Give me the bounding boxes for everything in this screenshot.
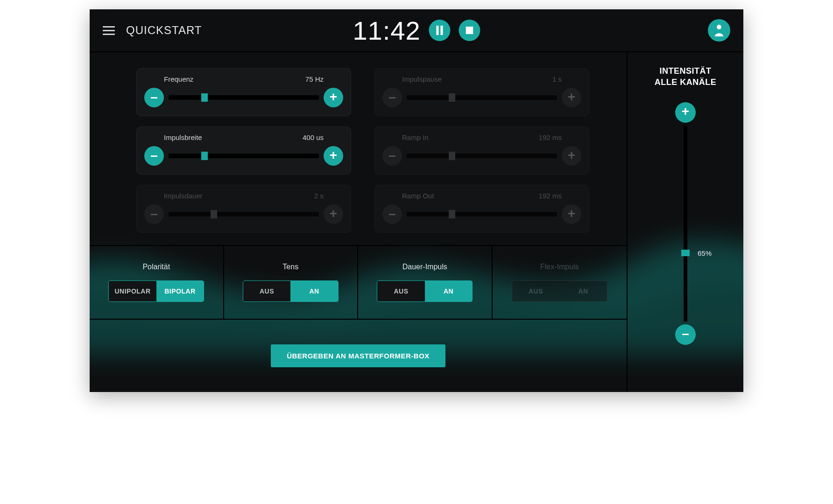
segment-aus[interactable]: AUS bbox=[243, 281, 291, 301]
segment-an[interactable]: AN bbox=[290, 281, 338, 301]
menu-icon[interactable] bbox=[103, 26, 115, 35]
minus-button[interactable]: – bbox=[144, 88, 164, 107]
slider-card-impulspause: Impulspause 1 s – + bbox=[374, 68, 589, 116]
slider-label: Impulspause bbox=[402, 75, 442, 83]
intensity-value-label: 65% bbox=[698, 249, 712, 257]
plus-button[interactable]: + bbox=[324, 146, 343, 166]
slider-track-impulsbreite[interactable] bbox=[169, 154, 319, 158]
toggle-title: Polarität bbox=[142, 263, 170, 271]
segment-an: AN bbox=[559, 281, 607, 301]
svg-rect-0 bbox=[437, 26, 439, 35]
toggle-cell-dauer-impuls: Dauer-Impuls AUS AN bbox=[358, 246, 493, 319]
toggle-title: Dauer-Impuls bbox=[402, 263, 447, 271]
segmented-tens: AUS AN bbox=[243, 280, 339, 302]
slider-card-impulsdauer: Impulsdauer 2 s – + bbox=[136, 185, 351, 233]
slider-track-ramp-out bbox=[407, 212, 557, 217]
segmented-flex-impuls: AUS AN bbox=[512, 280, 607, 302]
svg-rect-2 bbox=[466, 27, 473, 34]
minus-button[interactable]: – bbox=[144, 146, 164, 166]
slider-value: 400 us bbox=[303, 133, 324, 141]
toggle-cell-tens: Tens AUS AN bbox=[224, 246, 359, 319]
intensity-track[interactable]: 65% bbox=[684, 126, 687, 322]
slider-value: 75 Hz bbox=[305, 75, 324, 83]
toggle-cell-flex-impuls: Flex-Impuls AUS AN bbox=[493, 246, 627, 319]
svg-point-3 bbox=[717, 25, 721, 29]
session-timer: 11:42 bbox=[353, 15, 420, 46]
slider-value: 192 ms bbox=[539, 192, 562, 200]
plus-button: + bbox=[562, 204, 581, 224]
slider-label: Frequenz bbox=[164, 75, 193, 83]
plus-button: + bbox=[324, 204, 343, 224]
stop-button[interactable] bbox=[459, 20, 480, 41]
intensity-plus-button[interactable]: + bbox=[675, 102, 696, 123]
parameter-sliders: Frequenz 75 Hz – + Impulspause bbox=[90, 52, 627, 246]
intensity-title: INTENSITÄT ALLE KANÄLE bbox=[655, 65, 717, 88]
slider-label: Ramp In bbox=[402, 133, 429, 141]
segmented-dauer-impuls: AUS AN bbox=[377, 280, 473, 302]
toggle-title: Flex-Impuls bbox=[540, 263, 579, 271]
slider-value: 192 ms bbox=[539, 133, 562, 141]
slider-card-frequenz: Frequenz 75 Hz – + bbox=[136, 68, 351, 116]
slider-label: Ramp Out bbox=[402, 192, 434, 200]
slider-label: Impulsdauer bbox=[164, 192, 203, 200]
minus-button: – bbox=[382, 204, 402, 224]
slider-track-frequenz[interactable] bbox=[169, 95, 319, 100]
svg-rect-1 bbox=[441, 26, 443, 35]
slider-card-impulsbreite: Impulsbreite 400 us – + bbox=[136, 126, 351, 175]
plus-button[interactable]: + bbox=[324, 88, 343, 107]
toggle-cell-polaritaet: Polarität UNIPOLAR BIPOLAR bbox=[90, 246, 224, 319]
submit-to-masterformer-button[interactable]: ÜBERGEBEN AN MASTERFORMER-BOX bbox=[271, 344, 445, 367]
slider-track-impulspause bbox=[407, 95, 557, 100]
toggle-title: Tens bbox=[282, 263, 298, 271]
minus-button: – bbox=[382, 88, 402, 107]
segment-aus: AUS bbox=[512, 281, 560, 301]
slider-label: Impulsbreite bbox=[164, 133, 202, 141]
plus-button: + bbox=[562, 146, 581, 166]
segment-unipolar[interactable]: UNIPOLAR bbox=[109, 281, 156, 301]
mode-toggles: Polarität UNIPOLAR BIPOLAR Tens AUS AN D… bbox=[90, 246, 627, 320]
minus-button: – bbox=[144, 204, 164, 224]
slider-track-ramp-in bbox=[407, 154, 557, 158]
page-title: QUICKSTART bbox=[126, 24, 202, 37]
intensity-slider: + 65% – bbox=[675, 102, 696, 345]
intensity-minus-button[interactable]: – bbox=[675, 324, 696, 345]
pause-button[interactable] bbox=[429, 20, 451, 41]
slider-value: 2 s bbox=[314, 192, 324, 200]
user-icon[interactable] bbox=[708, 19, 730, 42]
segment-an[interactable]: AN bbox=[425, 281, 473, 301]
minus-button: – bbox=[382, 146, 402, 166]
slider-track-impulsdauer bbox=[169, 212, 319, 217]
slider-value: 1 s bbox=[552, 75, 562, 83]
slider-card-ramp-in: Ramp In 192 ms – + bbox=[374, 126, 589, 175]
segment-aus[interactable]: AUS bbox=[377, 281, 425, 301]
slider-card-ramp-out: Ramp Out 192 ms – + bbox=[374, 185, 589, 233]
plus-button: + bbox=[562, 88, 581, 107]
segment-bipolar[interactable]: BIPOLAR bbox=[156, 281, 204, 301]
segmented-polaritaet: UNIPOLAR BIPOLAR bbox=[108, 280, 204, 302]
